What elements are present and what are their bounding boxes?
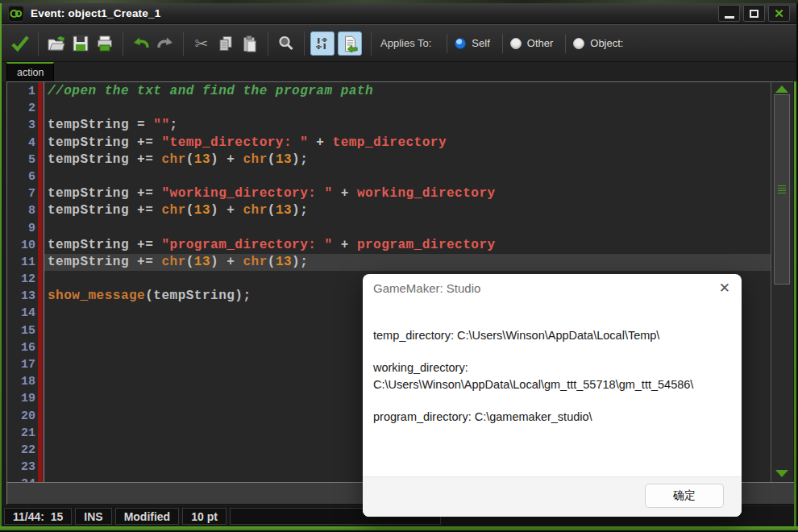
toolbar-separator	[268, 31, 268, 56]
radio-self-icon[interactable]	[455, 38, 466, 49]
script-import-icon	[341, 35, 359, 52]
line-number: 3	[7, 117, 35, 134]
maximize-button[interactable]	[743, 5, 765, 22]
line-number: 22	[7, 442, 35, 459]
vertical-scrollbar[interactable]	[771, 81, 793, 482]
dialog-text-line: C:\Users\Winson\AppData\Local\gm_ttt_557…	[373, 376, 728, 393]
code-line-11[interactable]: 11tempString += chr(13) + chr(13);	[7, 254, 771, 271]
tab-action-label: action	[17, 67, 44, 78]
line-number: 8	[7, 202, 35, 219]
toolbar-separator	[371, 31, 372, 56]
dialog-text-line	[373, 343, 728, 360]
applies-to-self-option[interactable]: Self	[455, 37, 489, 49]
code-line-2[interactable]: 2	[7, 100, 771, 117]
cursor-position-status: 11/44: 15	[4, 508, 72, 525]
modified-status: Modified	[115, 508, 180, 525]
copy-icon	[216, 34, 235, 53]
close-button[interactable]: ✕	[768, 5, 790, 22]
line-number: 12	[7, 271, 35, 288]
line-number: 17	[7, 356, 35, 373]
apply-check-button[interactable]	[8, 31, 32, 56]
line-number: 18	[7, 373, 35, 390]
save-button[interactable]	[69, 31, 93, 56]
code-line-9[interactable]: 9	[7, 220, 771, 237]
code-line-7[interactable]: 7tempString += "working_directory: " + w…	[7, 185, 771, 202]
redo-icon	[156, 34, 175, 53]
line-number: 24	[7, 476, 35, 482]
line-number: 13	[7, 288, 35, 305]
message-dialog: GameMaker: Studio ✕ temp_directory: C:\U…	[363, 274, 742, 517]
undo-icon	[131, 34, 151, 53]
toolbar-separator	[123, 31, 123, 56]
minimize-icon	[725, 16, 734, 19]
code-text: tempString = "";	[48, 117, 178, 134]
check-icon	[10, 33, 31, 54]
radio-object-icon[interactable]	[573, 38, 584, 49]
line-number: 23	[7, 459, 35, 476]
code-line-4[interactable]: 4tempString += "temp_directory: " + temp…	[7, 135, 771, 152]
cut-button[interactable]: ✂	[189, 31, 214, 56]
dialog-title: GameMaker: Studio	[373, 281, 480, 295]
line-number: 15	[7, 322, 35, 339]
code-text: //open the txt and find the program path	[48, 83, 373, 100]
print-button[interactable]	[93, 31, 117, 56]
radio-other-icon[interactable]	[510, 38, 522, 49]
load-script-toggle-button[interactable]	[338, 31, 362, 56]
cut-icon: ✂	[195, 35, 209, 52]
indent-settings-icon	[314, 35, 331, 52]
line-number: 7	[7, 185, 35, 202]
line-number: 14	[7, 305, 35, 322]
radio-object-label: Object:	[590, 37, 623, 49]
code-line-3[interactable]: 3tempString = "";	[7, 117, 771, 134]
code-line-10[interactable]: 10tempString += "program_directory: " + …	[7, 237, 771, 254]
applies-to-label: Applies To:	[380, 37, 431, 49]
applies-to-object-option[interactable]: Object:	[573, 37, 623, 49]
tab-action[interactable]: action	[6, 62, 54, 81]
code-line-8[interactable]: 8tempString += chr(13) + chr(13);	[7, 202, 771, 219]
line-number: 11	[7, 254, 35, 271]
minimize-button[interactable]	[718, 5, 740, 22]
scroll-down-icon[interactable]	[775, 470, 788, 477]
code-line-6[interactable]: 6	[7, 168, 771, 185]
code-line-1[interactable]: 1//open the txt and find the program pat…	[7, 83, 771, 100]
line-number: 1	[7, 83, 35, 100]
titlebar[interactable]: Event: object1_Create_1 ✕	[2, 3, 796, 24]
code-text: tempString += chr(13) + chr(13);	[48, 202, 308, 219]
redo-button[interactable]	[153, 31, 177, 56]
radio-other-label: Other	[527, 37, 554, 49]
font-size-status: 10 pt	[182, 508, 227, 525]
load-button[interactable]	[44, 31, 69, 56]
toolbar-separator	[183, 31, 184, 56]
dialog-text-line: program_directory: C:\gamemaker_studio\	[373, 409, 728, 425]
window-controls: ✕	[718, 5, 790, 22]
scroll-up-icon[interactable]	[775, 85, 788, 93]
line-number: 9	[7, 220, 35, 237]
search-button[interactable]	[274, 31, 298, 56]
line-number: 2	[7, 100, 35, 117]
ok-button[interactable]: 确定	[645, 484, 724, 508]
maximize-icon	[750, 10, 759, 18]
code-text: tempString += "working_directory: " + wo…	[48, 185, 496, 202]
code-text: tempString += chr(13) + chr(13);	[48, 254, 308, 271]
window-title: Event: object1_Create_1	[31, 7, 160, 19]
code-settings-toggle-button[interactable]	[310, 31, 335, 56]
code-line-5[interactable]: 5tempString += chr(13) + chr(13);	[7, 152, 771, 168]
close-icon: ✕	[774, 7, 784, 19]
window-border-left	[0, 3, 2, 532]
code-text: tempString += chr(13) + chr(13);	[48, 152, 308, 168]
line-number: 16	[7, 339, 35, 356]
applies-to-other-option[interactable]: Other	[510, 37, 554, 49]
code-text: tempString += "temp_directory: " + temp_…	[48, 135, 447, 152]
copy-button[interactable]	[214, 31, 238, 56]
paste-button[interactable]	[238, 31, 262, 56]
toolbar-separator	[38, 31, 39, 56]
radio-separator	[447, 34, 447, 53]
dialog-close-icon[interactable]: ✕	[719, 280, 730, 297]
toolbar-separator	[304, 31, 305, 56]
print-icon	[95, 34, 114, 53]
toolbar: ✂	[2, 24, 796, 62]
scrollbar-thumb[interactable]	[774, 94, 790, 285]
undo-button[interactable]	[129, 31, 153, 56]
line-number: 19	[7, 390, 35, 407]
save-icon	[71, 34, 90, 53]
